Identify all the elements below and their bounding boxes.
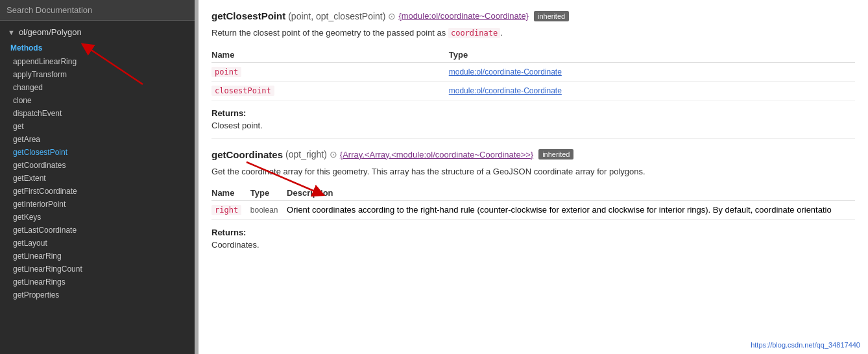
table-header: Type xyxy=(449,47,855,63)
returns-value: Coordinates. xyxy=(211,240,855,250)
method-name: getCoordinates xyxy=(211,149,283,160)
sidebar-item-getlastcoordinate[interactable]: getLastCoordinate xyxy=(0,224,195,237)
param-type: boolean xyxy=(250,201,287,220)
sidebar-item-getinteriorpoint[interactable]: getInteriorPoint xyxy=(0,198,195,211)
sidebar-item-getcoordinates[interactable]: getCoordinates xyxy=(0,159,195,172)
sidebar: ▼ ol/geom/Polygon Methods appendLinearRi… xyxy=(0,0,195,354)
table-header: Type xyxy=(250,185,287,201)
sidebar-item-getlinearringcount[interactable]: getLinearRingCount xyxy=(0,263,195,276)
sidebar-section-methods: Methods xyxy=(0,40,195,55)
sidebar-item-getarea[interactable]: getArea xyxy=(0,133,195,146)
method-return-type[interactable]: {Array.<Array.<module:ol/coordinate~Coor… xyxy=(340,150,533,159)
sidebar-item-getlayout[interactable]: getLayout xyxy=(0,237,195,250)
method-signature-getCoordinates: getCoordinates(opt_right)⊙{Array.<Array.… xyxy=(211,149,855,160)
main-content: getClosestPoint(point, opt_closestPoint)… xyxy=(199,0,868,354)
sidebar-item-getextent[interactable]: getExtent xyxy=(0,172,195,185)
sidebar-list: ▼ ol/geom/Polygon Methods appendLinearRi… xyxy=(0,21,195,354)
sidebar-item-dispatchevent[interactable]: dispatchEvent xyxy=(0,107,195,120)
param-type-link[interactable]: module:ol/coordinate-Coordinate xyxy=(449,67,562,77)
method-description: Get the coordinate array for this geomet… xyxy=(211,165,855,178)
returns-label: Returns: xyxy=(211,108,855,118)
sidebar-item-applytransform[interactable]: applyTransform xyxy=(0,68,195,81)
table-header: Name xyxy=(211,185,250,201)
param-type: module:ol/coordinate-Coordinate xyxy=(449,81,855,100)
sidebar-item-getfirstcoordinate[interactable]: getFirstCoordinate xyxy=(0,185,195,198)
method-return-type[interactable]: {module:ol/coordinate~Coordinate} xyxy=(398,11,529,21)
returns-value: Closest point. xyxy=(211,121,855,130)
sidebar-item-getclosestpoint[interactable]: getClosestPoint xyxy=(0,146,195,159)
returns-label: Returns: xyxy=(211,228,855,237)
param-name: right xyxy=(211,205,241,215)
sidebar-item-clone[interactable]: clone xyxy=(0,94,195,107)
sidebar-item-changed[interactable]: changed xyxy=(0,81,195,94)
inherited-badge: inherited xyxy=(534,11,569,21)
method-signature-getClosestPoint: getClosestPoint(point, opt_closestPoint)… xyxy=(211,10,855,21)
params-table: NameTypeDescriptionrightbooleanOrient co… xyxy=(211,185,855,220)
method-desc-code: coordinate xyxy=(448,28,500,38)
sidebar-item-appendlinearring[interactable]: appendLinearRing xyxy=(0,55,195,68)
sidebar-item-getproperties[interactable]: getProperties xyxy=(0,289,195,301)
method-return-arrow-icon: ⊙ xyxy=(330,149,337,159)
sidebar-item-getlinearrings[interactable]: getLinearRings xyxy=(0,276,195,289)
module-arrow-icon: ▼ xyxy=(8,29,15,36)
sidebar-items-container: appendLinearRingapplyTransformchangedclo… xyxy=(0,55,195,301)
methods-container: getClosestPoint(point, opt_closestPoint)… xyxy=(211,0,855,257)
search-input[interactable] xyxy=(0,0,195,21)
footer-link[interactable]: https://blog.csdn.net/qq_34817440 xyxy=(751,341,860,349)
sidebar-item-getlinearring[interactable]: getLinearRing xyxy=(0,250,195,263)
table-row: closestPointmodule:ol/coordinate-Coordin… xyxy=(211,81,855,100)
param-name: closestPoint xyxy=(211,86,274,96)
method-return-arrow-icon: ⊙ xyxy=(388,11,396,21)
table-row: pointmodule:ol/coordinate-Coordinate xyxy=(211,62,855,81)
method-params: (point, opt_closestPoint) xyxy=(288,11,385,21)
table-row: rightbooleanOrient coordinates according… xyxy=(211,201,855,220)
sidebar-module-label: ol/geom/Polygon xyxy=(19,27,82,37)
sidebar-item-get[interactable]: get xyxy=(0,120,195,133)
params-table: NameTypepointmodule:ol/coordinate-Coordi… xyxy=(211,47,855,100)
param-description: Orient coordinates according to the righ… xyxy=(287,201,855,220)
param-type-link[interactable]: module:ol/coordinate-Coordinate xyxy=(449,86,562,95)
method-block-getCoordinates: getCoordinates(opt_right)⊙{Array.<Array.… xyxy=(211,139,855,258)
param-type-plain: boolean xyxy=(250,206,278,215)
inherited-badge: inherited xyxy=(538,149,573,159)
method-name: getClosestPoint xyxy=(211,10,285,21)
method-block-getClosestPoint: getClosestPoint(point, opt_closestPoint)… xyxy=(211,0,855,139)
table-header: Name xyxy=(211,47,449,63)
param-type: module:ol/coordinate-Coordinate xyxy=(449,62,855,81)
method-params: (opt_right) xyxy=(285,149,327,159)
sidebar-module[interactable]: ▼ ol/geom/Polygon xyxy=(0,21,195,40)
table-header: Description xyxy=(287,185,855,201)
method-description: Return the closest point of the geometry… xyxy=(211,27,855,40)
sidebar-item-getkeys[interactable]: getKeys xyxy=(0,211,195,224)
param-name: point xyxy=(211,67,241,77)
